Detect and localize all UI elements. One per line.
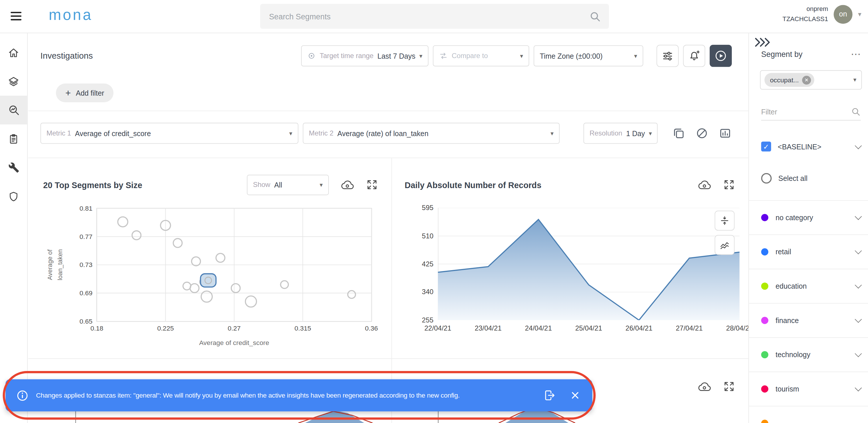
info-icon: [17, 389, 28, 401]
main-content: Investigations Target time range Last 7 …: [28, 33, 749, 423]
segment-item-retail[interactable]: retail: [749, 234, 868, 269]
baseline-row[interactable]: ✓ <BASELINE>: [761, 137, 861, 157]
scatter-point[interactable]: [246, 296, 256, 307]
multi-line-button[interactable]: [715, 235, 735, 255]
x-tick-label: 0.27: [227, 324, 241, 332]
close-notification-button[interactable]: [570, 390, 580, 400]
search-input[interactable]: [260, 12, 589, 21]
scatter-panel-header: 20 Top Segments by Size Show All ▾: [28, 174, 392, 196]
segment-field-select[interactable]: occupat... ✕ ▾: [760, 70, 862, 90]
metric-actions: [672, 127, 732, 140]
hamburger-icon: [9, 9, 24, 23]
brand-logo[interactable]: mona: [49, 7, 93, 24]
dropdown-arrow-icon: ▾: [634, 52, 637, 60]
scatter-point[interactable]: [190, 284, 199, 293]
dropdown-arrow-icon: ▾: [289, 130, 292, 137]
select-all-row[interactable]: Select all: [761, 168, 861, 188]
segment-color-dot: [761, 317, 768, 324]
run-investigation-button[interactable]: [710, 45, 732, 67]
avatar[interactable]: on: [834, 5, 852, 24]
add-filter-button[interactable]: + Add filter: [56, 84, 114, 102]
scatter-point[interactable]: [173, 239, 182, 248]
time-zone-dropdown[interactable]: Time Zone (±00:00) ▾: [534, 45, 643, 66]
scatter-highlighted-point[interactable]: [200, 273, 216, 287]
sidebar-item-admin[interactable]: [0, 182, 27, 211]
chart-image-icon: [718, 127, 732, 140]
hide-anomalies-button[interactable]: [695, 127, 709, 140]
chevron-down-icon[interactable]: [855, 350, 862, 357]
chip-remove-button[interactable]: ✕: [802, 75, 811, 85]
more-options-button[interactable]: ⋯: [851, 49, 861, 59]
expand-icon: [723, 381, 735, 393]
add-filter-label: Add filter: [76, 89, 104, 97]
hamburger-menu-button[interactable]: [8, 9, 24, 25]
fit-vertical-button[interactable]: [715, 210, 735, 231]
segment-item-no-category[interactable]: no category: [749, 200, 868, 235]
segment-item-finance[interactable]: finance: [749, 303, 868, 337]
sidebar-item-reports[interactable]: [0, 125, 27, 154]
scatter-point[interactable]: [201, 291, 212, 302]
resolution-dropdown[interactable]: Resolution 1 Day ▾: [584, 123, 658, 144]
chevron-down-icon[interactable]: [855, 213, 862, 220]
cloud-view-button[interactable]: [340, 178, 355, 191]
scatter-point[interactable]: [132, 231, 141, 240]
account-area: onprem TZACHCLASS1 on ▾: [782, 4, 861, 24]
scatter-point[interactable]: [348, 291, 355, 298]
report-icon: [8, 133, 19, 144]
exit-to-app-button[interactable]: [544, 389, 556, 401]
charts-row: 20 Top Segments by Size Show All ▾: [28, 158, 749, 359]
baseline-checkbox[interactable]: ✓: [761, 141, 771, 152]
cloud-view-button[interactable]: [697, 178, 712, 191]
metric1-value: Average of credit_score: [75, 129, 151, 137]
chevron-down-icon[interactable]: [855, 282, 862, 288]
cloud-eye-icon: [340, 178, 355, 191]
segment-item-partial[interactable]: [749, 406, 868, 423]
compare-to-dropdown[interactable]: Compare to ▾: [433, 45, 529, 66]
chevron-down-icon[interactable]: [855, 247, 862, 254]
target-time-range-value: Last 7 Days: [377, 52, 415, 60]
chevron-down-icon[interactable]: ▾: [858, 10, 861, 18]
target-time-range-dropdown[interactable]: Target time range Last 7 Days ▾: [301, 45, 428, 66]
segment-color-dot: [761, 283, 768, 290]
scatter-point[interactable]: [118, 217, 127, 227]
sidebar-item-investigations[interactable]: [0, 96, 27, 125]
segment-filter-input[interactable]: [761, 107, 851, 116]
collapse-sidebar-button[interactable]: [753, 36, 772, 48]
duplicate-view-button[interactable]: [672, 127, 685, 140]
top-bar: mona onprem TZACHCLASS1 on ▾: [0, 0, 868, 33]
segment-item-tourism[interactable]: tourism: [749, 371, 868, 406]
chevron-down-icon[interactable]: [855, 142, 862, 149]
cloud-view-button[interactable]: [697, 381, 712, 393]
segment-item-technology[interactable]: technology: [749, 337, 868, 371]
expand-button[interactable]: [366, 178, 378, 191]
expand-button[interactable]: [723, 381, 735, 393]
chart-type-button[interactable]: [718, 127, 732, 140]
scatter-point[interactable]: [280, 281, 288, 289]
alerts-button[interactable]: [683, 45, 705, 67]
scatter-point[interactable]: [192, 257, 201, 266]
show-dropdown[interactable]: Show All ▾: [247, 174, 329, 195]
view-settings-button[interactable]: [657, 45, 679, 67]
select-all-circle[interactable]: [761, 173, 771, 183]
records-chart: 595510425340255 22/04/2123/04/2124/04/21…: [438, 208, 739, 320]
chevron-down-icon[interactable]: [855, 384, 862, 391]
sidebar-item-data[interactable]: [0, 67, 27, 96]
expand-button[interactable]: [723, 178, 735, 191]
target-icon: [307, 52, 316, 60]
page-title: Investigations: [40, 51, 93, 61]
dropdown-arrow-icon: ▾: [419, 52, 423, 60]
toolbar-row: Investigations Target time range Last 7 …: [28, 33, 749, 79]
scatter-point[interactable]: [231, 284, 240, 293]
scatter-point[interactable]: [216, 253, 225, 262]
sidebar-item-settings[interactable]: [0, 153, 27, 182]
segment-item-label: retail: [775, 248, 849, 256]
dropdown-arrow-icon: ▾: [853, 76, 857, 84]
segment-item-education[interactable]: education: [749, 269, 868, 303]
metric2-label: Metric 2: [309, 129, 333, 137]
metric1-dropdown[interactable]: Metric 1 Average of credit_score ▾: [40, 123, 299, 144]
segment-color-dot: [761, 385, 768, 393]
chevron-down-icon[interactable]: [855, 316, 862, 323]
sidebar-item-home[interactable]: [0, 38, 27, 67]
metric2-dropdown[interactable]: Metric 2 Average (rate) of loan_taken ▾: [303, 123, 559, 144]
segment-sidebar: Segment by ⋯ occupat... ✕ ▾ ✓ <BASELINE>…: [748, 33, 868, 423]
